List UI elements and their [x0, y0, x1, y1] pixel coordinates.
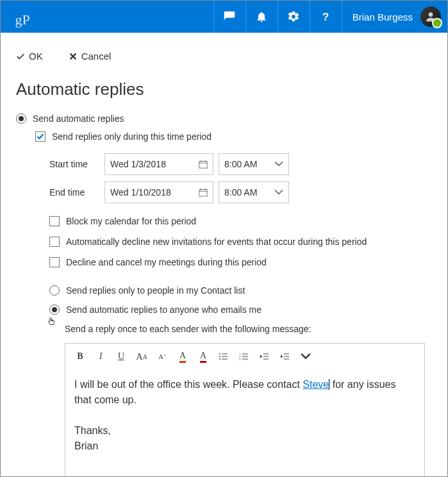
start-date-value: Wed 1/3/2018 [110, 159, 166, 169]
font-size-up-button[interactable]: AA [132, 347, 151, 365]
more-tools-button[interactable] [296, 347, 315, 365]
svg-text:?: ? [322, 11, 329, 23]
body-link[interactable]: Steve [303, 379, 329, 390]
font-size-down-button[interactable]: A˄ [153, 347, 172, 365]
svg-rect-6 [199, 190, 207, 197]
end-date-value: Wed 1/10/2018 [110, 187, 171, 197]
top-bar: gP ? Brian Burgess [1, 1, 447, 33]
editor-toolbar: B I U AA A˄ A A 123 [65, 344, 424, 369]
svg-point-10 [219, 353, 220, 355]
editor-body[interactable]: I will be out of the office this week. P… [65, 369, 424, 476]
block-calendar-checkbox[interactable] [49, 216, 60, 226]
svg-text:3: 3 [239, 358, 241, 361]
help-icon[interactable]: ? [310, 1, 342, 33]
auto-decline-label: Automatically decline new invitations fo… [66, 237, 367, 247]
highlight-button[interactable]: A [194, 347, 213, 365]
app-logo: gP [1, 5, 33, 28]
cancel-button[interactable]: Cancel [69, 51, 112, 62]
svg-point-12 [219, 356, 220, 357]
number-list-button[interactable]: 123 [235, 347, 254, 365]
start-time-label: Start time [49, 159, 99, 169]
font-color-button[interactable]: A [173, 347, 192, 365]
check-icon [16, 52, 25, 61]
start-time-input[interactable]: 8:00 AM [219, 153, 289, 175]
message-editor: B I U AA A˄ A A 123 I will be out of the… [65, 343, 425, 476]
anyone-label: Send automatic replies to anyone who ema… [66, 305, 261, 315]
contacts-only-label: Send replies only to people in my Contac… [66, 285, 245, 296]
outdent-button[interactable] [255, 347, 274, 365]
underline-button[interactable]: U [112, 347, 131, 365]
time-period-label: Send replies only during this time perio… [52, 131, 212, 142]
svg-point-1 [429, 12, 433, 17]
sig-line-1: Thanks, [74, 425, 111, 436]
avatar[interactable] [420, 6, 441, 27]
indent-button[interactable] [276, 347, 295, 365]
content-scroll[interactable]: OK Cancel Automatic replies Send automat… [1, 33, 447, 476]
start-time-value: 8:00 AM [224, 159, 257, 169]
bold-button[interactable]: B [71, 347, 90, 365]
svg-point-14 [219, 358, 220, 360]
auto-decline-checkbox[interactable] [49, 237, 60, 247]
chevron-down-icon [274, 160, 283, 169]
bullet-list-button[interactable] [214, 347, 233, 365]
bell-icon[interactable] [245, 1, 278, 33]
block-calendar-label: Block my calendar for this period [66, 216, 196, 226]
cursor-hand-icon [46, 316, 57, 330]
ok-label: OK [29, 51, 43, 62]
start-date-input[interactable]: Wed 1/3/2018 [104, 153, 213, 175]
gear-icon[interactable] [278, 1, 310, 33]
send-auto-radio[interactable] [16, 113, 26, 124]
calendar-icon [199, 188, 208, 197]
svg-rect-2 [199, 162, 207, 169]
reply-description: Send a reply once to each sender with th… [65, 324, 432, 334]
page-title: Automatic replies [16, 80, 432, 99]
cancel-label: Cancel [81, 51, 112, 62]
body-text-pre: I will be out of the office this week. P… [74, 379, 303, 390]
ok-button[interactable]: OK [16, 51, 43, 62]
end-time-input[interactable]: 8:00 AM [219, 181, 289, 203]
chevron-down-icon [274, 188, 283, 197]
anyone-radio[interactable] [49, 305, 60, 315]
contacts-only-radio[interactable] [49, 285, 60, 296]
end-time-value: 8:00 AM [224, 187, 257, 197]
time-period-checkbox[interactable] [35, 131, 46, 142]
send-auto-label: Send automatic replies [33, 113, 124, 124]
decline-cancel-checkbox[interactable] [49, 257, 60, 267]
decline-cancel-label: Decline and cancel my meetings during th… [66, 257, 267, 267]
chat-icon[interactable] [213, 1, 245, 33]
calendar-icon [199, 160, 208, 169]
end-time-label: End time [49, 187, 99, 197]
end-date-input[interactable]: Wed 1/10/2018 [104, 181, 213, 203]
close-icon [69, 52, 78, 61]
sig-line-2: Brian [74, 440, 98, 451]
italic-button[interactable]: I [91, 347, 110, 365]
user-name[interactable]: Brian Burgess [342, 1, 420, 33]
